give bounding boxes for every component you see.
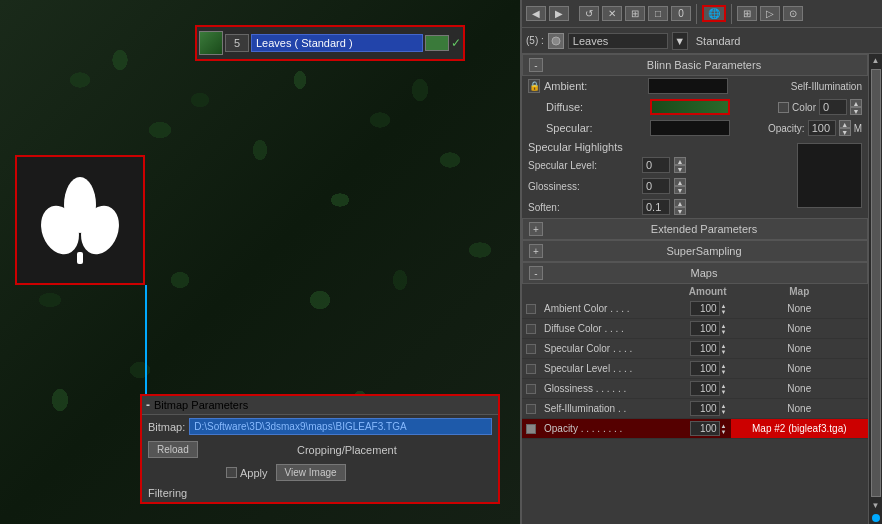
color-spin-down[interactable]: ▼ xyxy=(850,107,862,115)
scroll-thumb[interactable] xyxy=(871,69,881,497)
material-color-swatch[interactable] xyxy=(425,35,449,51)
glossiness-down[interactable]: ▼ xyxy=(674,186,686,194)
toolbar-back-btn[interactable]: ◀ xyxy=(526,6,546,21)
map-checkbox[interactable] xyxy=(526,404,536,414)
opacity-value[interactable]: 100 xyxy=(808,120,836,136)
ambient-lock[interactable]: 🔒 xyxy=(528,79,540,93)
reload-button[interactable]: Reload xyxy=(148,441,198,458)
ambient-swatch[interactable] xyxy=(648,78,728,94)
map-amount-spinner[interactable]: ▲▼ xyxy=(721,423,727,435)
toolbar-forward-btn[interactable]: ▶ xyxy=(549,6,569,21)
map-checkbox[interactable] xyxy=(526,344,536,354)
map-amount-spinner[interactable]: ▲▼ xyxy=(721,383,727,395)
map-spin-down[interactable]: ▼ xyxy=(721,389,727,395)
map-row-map[interactable]: None xyxy=(731,399,868,419)
map-checkbox[interactable] xyxy=(526,424,536,434)
map-row-map[interactable]: None xyxy=(731,359,868,379)
map-checkbox[interactable] xyxy=(526,304,536,314)
maps-section-header[interactable]: - Maps xyxy=(522,262,868,284)
map-spin-down[interactable]: ▼ xyxy=(721,409,727,415)
color-spin-up[interactable]: ▲ xyxy=(850,99,862,107)
bitmap-buttons-row: Reload Cropping/Placement xyxy=(142,438,498,461)
spec-level-spinner[interactable]: ▲ ▼ xyxy=(674,157,686,173)
bitmap-path-display[interactable]: D:\Software\3D\3dsmax9\maps\BIGLEAF3.TGA xyxy=(189,418,492,435)
mat-name-field[interactable]: Leaves xyxy=(568,33,668,49)
map-spin-down[interactable]: ▼ xyxy=(721,329,727,335)
map-row-map[interactable]: None xyxy=(731,339,868,359)
toolbar-play-btn[interactable]: ▷ xyxy=(760,6,780,21)
toolbar-target-btn[interactable]: ⊙ xyxy=(783,6,803,21)
map-row-map[interactable]: None xyxy=(731,319,868,339)
apply-checkbox[interactable] xyxy=(226,467,237,478)
glossiness-value[interactable] xyxy=(642,178,670,194)
color-spinner[interactable]: ▲ ▼ xyxy=(850,99,862,115)
map-amount-value[interactable]: 100 xyxy=(690,361,720,376)
spec-level-down[interactable]: ▼ xyxy=(674,165,686,173)
map-spin-down[interactable]: ▼ xyxy=(721,429,727,435)
material-preview-swatch[interactable] xyxy=(199,31,223,55)
leaf-silhouette-svg xyxy=(30,170,130,270)
spec-level-row: Specular Level: ▲ ▼ xyxy=(522,155,797,176)
map-row-map[interactable]: Map #2 (bigleaf3.tga) xyxy=(731,419,868,439)
soften-up[interactable]: ▲ xyxy=(674,199,686,207)
map-amount-value[interactable]: 100 xyxy=(690,341,720,356)
map-amount-value[interactable]: 100 xyxy=(690,301,720,316)
bitmap-panel-toggle[interactable]: - xyxy=(146,398,150,412)
map-amount-value[interactable]: 100 xyxy=(690,421,720,436)
illum-checkbox[interactable] xyxy=(778,102,789,113)
blinn-toggle[interactable]: - xyxy=(529,58,543,72)
spec-level-up[interactable]: ▲ xyxy=(674,157,686,165)
spec-level-value[interactable] xyxy=(642,157,670,173)
toolbar-paste-btn[interactable]: □ xyxy=(648,6,668,21)
scroll-indicator-dot xyxy=(872,514,880,522)
toolbar-globe-btn[interactable]: 🌐 xyxy=(702,5,726,22)
map-checkbox[interactable] xyxy=(526,324,536,334)
toolbar-delete-btn[interactable]: ✕ xyxy=(602,6,622,21)
scroll-up-arrow[interactable]: ▲ xyxy=(870,54,882,67)
soften-value[interactable] xyxy=(642,199,670,215)
right-scrollbar[interactable]: ▲ ▼ xyxy=(868,54,882,524)
material-header-row: (5) : Leaves ▼ Standard xyxy=(522,28,882,54)
mat-dropdown[interactable]: ▼ xyxy=(672,32,688,50)
opacity-spin-down[interactable]: ▼ xyxy=(839,128,851,136)
map-amount-value[interactable]: 100 xyxy=(690,401,720,416)
map-amount-spinner[interactable]: ▲▼ xyxy=(721,303,727,315)
material-checkmark[interactable]: ✓ xyxy=(451,36,461,50)
scroll-down-arrow[interactable]: ▼ xyxy=(870,499,882,512)
map-amount-spinner[interactable]: ▲▼ xyxy=(721,323,727,335)
map-row-map[interactable]: None xyxy=(731,299,868,319)
maps-toggle[interactable]: - xyxy=(529,266,543,280)
glossiness-spinner[interactable]: ▲ ▼ xyxy=(674,178,686,194)
glossiness-up[interactable]: ▲ xyxy=(674,178,686,186)
map-amount-value[interactable]: 100 xyxy=(690,321,720,336)
supersampling-header[interactable]: + SuperSampling xyxy=(522,240,868,262)
color-value[interactable]: 0 xyxy=(819,99,847,115)
blue-connector-vertical xyxy=(145,285,147,405)
toolbar-num-btn[interactable]: 0 xyxy=(671,6,691,21)
supersampling-toggle[interactable]: + xyxy=(529,244,543,258)
toolbar-grid-btn[interactable]: ⊞ xyxy=(737,6,757,21)
map-amount-spinner[interactable]: ▲▼ xyxy=(721,343,727,355)
map-checkbox[interactable] xyxy=(526,364,536,374)
map-amount-spinner[interactable]: ▲▼ xyxy=(721,403,727,415)
map-amount-spinner[interactable]: ▲▼ xyxy=(721,363,727,375)
soften-spinner[interactable]: ▲ ▼ xyxy=(674,199,686,215)
map-amount-value[interactable]: 100 xyxy=(690,381,720,396)
blinn-section-header[interactable]: - Blinn Basic Parameters xyxy=(522,54,868,76)
left-panel: 5 Leaves ( Standard ) ✓ - Bitmap Paramet… xyxy=(0,0,520,524)
view-image-button[interactable]: View Image xyxy=(276,464,346,481)
map-checkbox[interactable] xyxy=(526,384,536,394)
opacity-spin-up[interactable]: ▲ xyxy=(839,120,851,128)
diffuse-swatch[interactable] xyxy=(650,99,730,115)
extended-toggle[interactable]: + xyxy=(529,222,543,236)
opacity-spinner[interactable]: ▲ ▼ xyxy=(839,120,851,136)
map-spin-down[interactable]: ▼ xyxy=(721,369,727,375)
map-spin-down[interactable]: ▼ xyxy=(721,309,727,315)
soften-down[interactable]: ▼ xyxy=(674,207,686,215)
toolbar-reset-btn[interactable]: ↺ xyxy=(579,6,599,21)
extended-params-header[interactable]: + Extended Parameters xyxy=(522,218,868,240)
map-spin-down[interactable]: ▼ xyxy=(721,349,727,355)
specular-swatch[interactable] xyxy=(650,120,730,136)
toolbar-copy-btn[interactable]: ⊞ xyxy=(625,6,645,21)
map-row-map[interactable]: None xyxy=(731,379,868,399)
